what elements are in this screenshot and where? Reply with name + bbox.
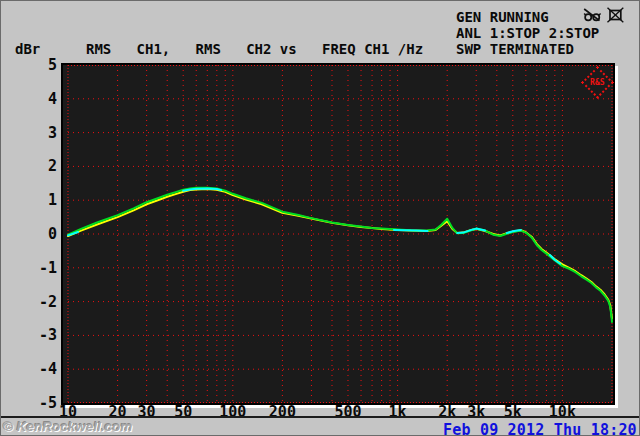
- plot-area: R&S: [61, 63, 615, 405]
- status-icon-group: [583, 7, 625, 23]
- screen-crossed-icon: [606, 7, 625, 23]
- y-tick-label: 2: [11, 158, 57, 174]
- plot-svg: [63, 65, 613, 403]
- analyzer-screen: GEN RUNNING ANL 1:STOP 2:STOP SWP TERMIN…: [0, 0, 640, 436]
- y-tick-label: -1: [11, 260, 57, 276]
- trace-header-label: RMS CH1, RMS CH2 vs FREQ CH1 /Hz: [86, 41, 423, 57]
- y-tick-label: 0: [11, 226, 57, 242]
- y-tick-label: -2: [11, 294, 57, 310]
- datetime-stamp: Feb 09 2012 Thu 18:20:43: [443, 421, 640, 436]
- status-line-anl: ANL 1:STOP 2:STOP: [456, 25, 599, 41]
- screen-bottom-border: [1, 416, 640, 418]
- y-tick-label: 3: [11, 125, 57, 141]
- y-tick-label: 5: [11, 57, 57, 73]
- y-axis-unit-label: dBr: [15, 41, 40, 57]
- status-line-gen: GEN RUNNING: [456, 9, 549, 25]
- status-line-swp: SWP TERMINATED: [456, 41, 574, 57]
- y-tick-label: -3: [11, 327, 57, 343]
- y-tick-label: 4: [11, 91, 57, 107]
- rs-logo-text: R&S: [590, 78, 604, 87]
- watermark: © KenRockwell.com: [3, 419, 132, 434]
- y-tick-label: 1: [11, 192, 57, 208]
- y-tick-label: -4: [11, 361, 57, 377]
- y-tick-label: -5: [11, 395, 57, 411]
- spectacles-crossed-icon: [583, 7, 602, 23]
